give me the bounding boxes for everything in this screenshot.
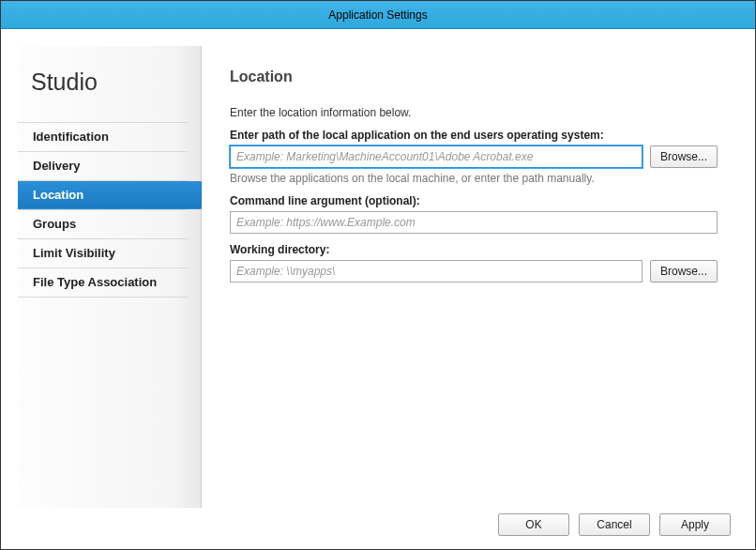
workdir-input[interactable] [230, 260, 643, 283]
path-hint: Browse the applications on the local mac… [230, 172, 718, 185]
sidebar-item-limit-visibility[interactable]: Limit Visibility [18, 239, 201, 267]
sidebar-title: Studio [18, 69, 201, 122]
sidebar-item-identification[interactable]: Identification [18, 123, 201, 151]
path-browse-button[interactable]: Browse... [650, 145, 718, 168]
content-panel: Location Enter the location information … [202, 46, 738, 508]
content-title: Location [230, 69, 718, 85]
workdir-browse-button[interactable]: Browse... [650, 260, 718, 283]
apply-button[interactable]: Apply [659, 513, 731, 536]
sidebar-item-file-type-association[interactable]: File Type Association [18, 268, 201, 297]
path-label: Enter path of the local application on t… [230, 129, 718, 142]
path-input[interactable] [230, 145, 643, 168]
workdir-label: Working directory: [230, 243, 718, 256]
cmdline-input[interactable] [230, 211, 718, 234]
window-body: Studio Identification Delivery Location … [1, 29, 755, 508]
window-title: Application Settings [328, 8, 427, 22]
dialog-footer: OK Cancel Apply [1, 508, 755, 550]
sidebar-item-location[interactable]: Location [18, 181, 201, 209]
ok-button[interactable]: OK [498, 513, 569, 536]
cancel-button[interactable]: Cancel [579, 513, 650, 536]
sidebar-item-delivery[interactable]: Delivery [18, 152, 201, 180]
sidebar: Studio Identification Delivery Location … [18, 46, 202, 508]
titlebar: Application Settings [1, 1, 755, 29]
content-intro: Enter the location information below. [230, 106, 718, 119]
sidebar-item-groups[interactable]: Groups [18, 210, 201, 238]
cmdline-label: Command line argument (optional): [230, 194, 718, 207]
